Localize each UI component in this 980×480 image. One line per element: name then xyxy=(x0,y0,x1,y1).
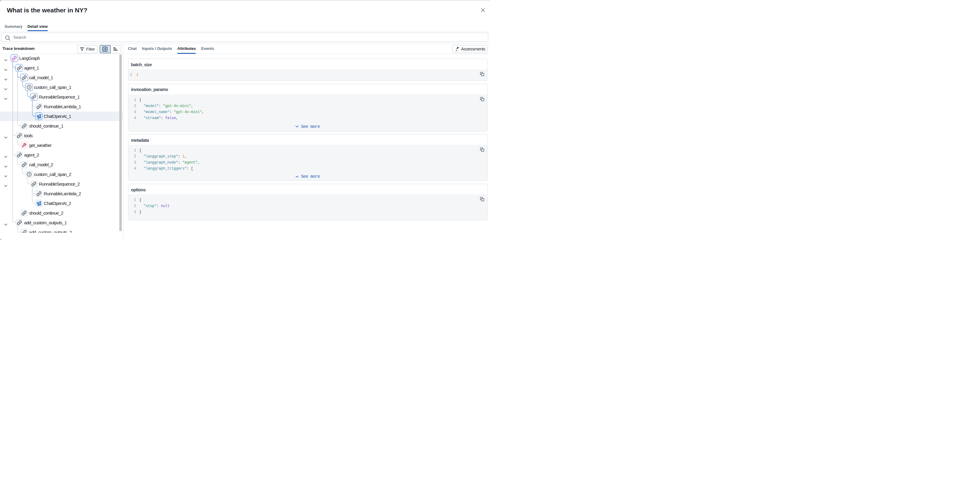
svg-text:?: ? xyxy=(28,86,30,89)
svg-text:?: ? xyxy=(28,173,30,176)
